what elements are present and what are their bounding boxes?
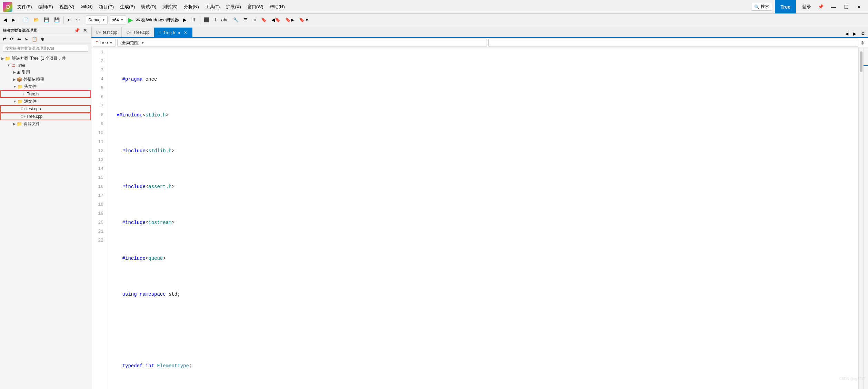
references-expand-arrow: ▶: [13, 70, 16, 74]
sidebar-search-area: [0, 43, 91, 53]
tab-tree-cpp[interactable]: C+ Tree.cpp: [122, 27, 154, 37]
abc-button[interactable]: abc: [219, 16, 231, 24]
minimize-button[interactable]: —: [827, 3, 840, 11]
resource-expand-arrow: ▶: [13, 122, 16, 126]
cpp-file-icon-1: C+: [21, 107, 26, 111]
tree-root-node[interactable]: ▼ 🗂 Tree: [0, 62, 91, 69]
menu-edit[interactable]: 编辑(E): [36, 2, 56, 11]
sidebar-search-input[interactable]: [3, 45, 88, 52]
menu-file[interactable]: 文件(F): [14, 2, 35, 11]
tree-header-files-node[interactable]: ▼ 📁 头文件: [0, 83, 91, 90]
root-expand-arrow: ▼: [7, 63, 10, 67]
step-over-button[interactable]: ⤵: [212, 16, 219, 24]
line-num-3: 3: [94, 66, 103, 75]
run-no-debug-button[interactable]: ▶: [181, 16, 189, 24]
test-cpp-label: test.cpp: [26, 106, 41, 111]
undo-button[interactable]: ↩: [66, 16, 73, 24]
nav-forward-button[interactable]: ▶: [10, 16, 17, 24]
tab-scroll-right[interactable]: ▶: [851, 30, 858, 37]
tree-tree-h-node[interactable]: H Tree.h: [0, 90, 91, 98]
menu-help[interactable]: 帮助(H): [267, 2, 288, 11]
sidebar-tree: ▶ 📁 解决方案 'Tree' (1 个项目，共 ▼ 🗂 Tree ▶ ⊞ 引用…: [0, 53, 91, 389]
code-line-8: [111, 326, 856, 335]
indent-button[interactable]: ⇥: [250, 16, 258, 24]
tab-test-cpp[interactable]: C+ test.cpp: [91, 27, 122, 37]
code-editor[interactable]: 1 2 3 4 5 6 7 8 9 10 11 12 13 14 15 16 1…: [91, 48, 868, 389]
sidebar-refresh-button[interactable]: ⟳: [9, 36, 15, 42]
tree-test-cpp-node[interactable]: C+ test.cpp: [0, 105, 91, 113]
tab-tree-h-close[interactable]: ✕: [183, 30, 188, 35]
sidebar-title: 解决方案资源管理器: [3, 28, 37, 33]
line-num-11: 11: [94, 137, 103, 146]
sidebar-view-button[interactable]: 📋: [30, 36, 39, 42]
sidebar-sync-button[interactable]: ⇄: [1, 36, 8, 42]
menu-extensions[interactable]: 扩展(X): [223, 2, 243, 11]
code-content-area[interactable]: #pragma once ▼#include<stdio.h> #include…: [108, 48, 858, 389]
toolbar-sep-3: [84, 16, 84, 24]
title-search-box[interactable]: 🔍 搜索: [751, 3, 772, 11]
format-button[interactable]: ☰: [241, 16, 250, 24]
tree-tree-cpp-node[interactable]: C+ Tree.cpp: [0, 113, 91, 120]
code-analysis-button[interactable]: 🔧: [231, 16, 241, 24]
sidebar-close-button[interactable]: ✕: [82, 28, 88, 33]
menu-project[interactable]: 项目(P): [96, 2, 117, 11]
sidebar-back-button[interactable]: ⬅: [16, 36, 22, 42]
pin-icon[interactable]: 📌: [815, 3, 827, 11]
run-button[interactable]: ▶: [127, 16, 134, 24]
title-bar: ⬡ 文件(F) 编辑(E) 视图(V) Git(G) 项目(P) 生成(B) 调…: [0, 0, 868, 14]
tab-scroll-left[interactable]: ◀: [844, 30, 850, 37]
vertical-scrollbar[interactable]: [858, 48, 863, 389]
sidebar-pin-button[interactable]: 📌: [73, 28, 81, 33]
line-num-4: 4: [94, 75, 103, 84]
nav-add-button[interactable]: ⊕: [858, 39, 867, 46]
sidebar-forward-button[interactable]: ⤷: [23, 36, 30, 42]
tab-test-cpp-label: test.cpp: [103, 30, 117, 35]
breakpoint-button[interactable]: ⬛: [202, 16, 211, 24]
tree-references-node[interactable]: ▶ ⊞ 引用: [0, 69, 91, 76]
save-all-button[interactable]: 💾: [52, 16, 62, 24]
nav-segment-member[interactable]: [488, 39, 858, 47]
scrollbar-thumb[interactable]: [860, 51, 862, 72]
menu-analyze[interactable]: 分析(N): [181, 2, 202, 11]
menu-git[interactable]: Git(G): [78, 2, 95, 11]
menu-test[interactable]: 测试(S): [160, 2, 180, 11]
menu-debug[interactable]: 调试(D): [138, 2, 159, 11]
tree-external-deps-node[interactable]: ▶ 📦 外部依赖项: [0, 76, 91, 83]
login-button[interactable]: 登录: [799, 2, 815, 11]
tree-resource-files-node[interactable]: ▶ 📁 资源文件: [0, 120, 91, 127]
sidebar-filter-button[interactable]: ⊕: [39, 36, 46, 42]
menu-window[interactable]: 窗口(W): [245, 2, 266, 11]
header-file-icon: H: [23, 92, 26, 96]
prev-bookmark-button[interactable]: ◀🔖: [269, 16, 282, 24]
toolbar-sep-2: [63, 16, 64, 24]
bookmark-button[interactable]: 🔖: [259, 16, 269, 24]
tab-tree-h[interactable]: H Tree.h ● ✕: [154, 28, 192, 38]
menu-build[interactable]: 生成(B): [117, 2, 138, 11]
open-file-button[interactable]: 📂: [31, 16, 41, 24]
run-text: 本地 Windows 调试器: [136, 17, 179, 23]
nav-segment-tree[interactable]: T Tree ▼: [93, 39, 116, 47]
next-bookmark-button[interactable]: 🔖▶: [283, 16, 296, 24]
tab-settings[interactable]: ⚙: [859, 30, 867, 37]
save-button[interactable]: 💾: [42, 16, 51, 24]
references-label: 引用: [22, 69, 30, 75]
nav-back-button[interactable]: ◀: [1, 16, 9, 24]
menu-tools[interactable]: 工具(T): [202, 2, 223, 11]
code-minimap: [863, 48, 868, 389]
tree-source-files-node[interactable]: ▼ 📁 源文件: [0, 98, 91, 105]
nav-segment-scope[interactable]: (全局范围) ▼: [117, 39, 487, 47]
tab-tree-cpp-label: Tree.cpp: [133, 30, 150, 35]
tab-test-cpp-icon: C+: [96, 30, 101, 34]
restore-button[interactable]: ❐: [840, 3, 853, 11]
debug-config-dropdown[interactable]: Debug ▼: [86, 16, 108, 24]
pause-button[interactable]: ⏸: [189, 16, 198, 24]
bookmark-more-button[interactable]: 🔖▼: [297, 16, 311, 24]
nav-tree-arrow: ▼: [109, 41, 113, 45]
new-file-button[interactable]: 📄: [21, 16, 31, 24]
close-button[interactable]: ✕: [853, 3, 865, 11]
menu-view[interactable]: 视图(V): [57, 2, 77, 11]
redo-button[interactable]: ↪: [74, 16, 82, 24]
platform-dropdown[interactable]: x64 ▼: [110, 16, 126, 24]
tree-solution-node[interactable]: ▶ 📁 解决方案 'Tree' (1 个项目，共: [0, 55, 91, 62]
line-num-5: 5: [94, 84, 103, 93]
